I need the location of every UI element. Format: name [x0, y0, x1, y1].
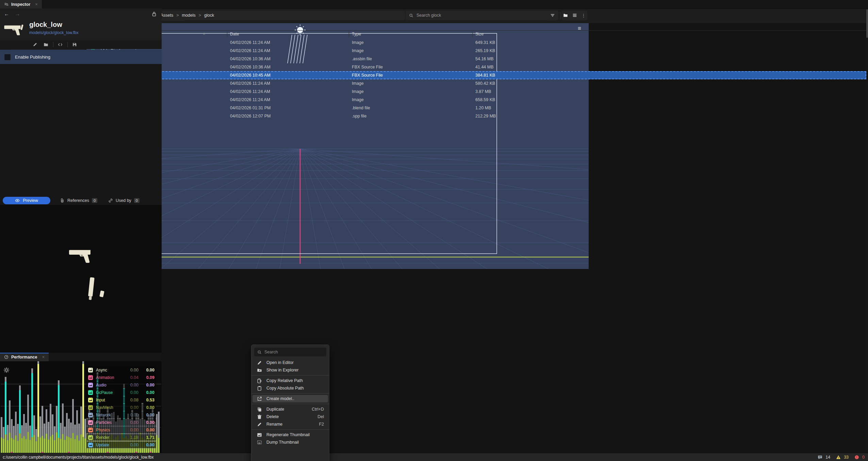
- tab-label: Preview: [23, 198, 38, 203]
- metric-value-peak: 0.00: [140, 413, 154, 417]
- file-type: Image: [352, 79, 364, 88]
- performance-legend-row[interactable]: Input 0.08 0.53: [86, 396, 156, 403]
- metric-value-peak: 0.00: [140, 390, 154, 395]
- file-search-input[interactable]: Search glock: [406, 11, 558, 20]
- table-row[interactable]: glock_Metallic.png 04/02/2026 11:24 AM I…: [87, 79, 866, 88]
- table-row[interactable]: glock_BaseColor.png 04/02/2026 11:24 AM …: [87, 38, 866, 47]
- model-preview[interactable]: [0, 205, 162, 353]
- context-menu-item[interactable]: Copy Absolute Path: [252, 384, 328, 392]
- selected-file-path: c:/users/collin campbell/documents/proje…: [3, 455, 154, 460]
- used-by-count-badge: 0: [134, 198, 140, 203]
- breadcrumb-segment[interactable]: models: [182, 13, 195, 18]
- close-icon[interactable]: ×: [42, 354, 45, 360]
- context-menu-item[interactable]: Dump Thumbnail: [252, 439, 328, 446]
- context-menu: Search Open in Editor Show in Explorer C…: [251, 345, 329, 461]
- file-type: FBX Source File: [352, 71, 383, 79]
- paperclip-icon: [60, 198, 65, 203]
- gear-icon[interactable]: [3, 367, 10, 373]
- back-icon[interactable]: ←: [4, 11, 9, 17]
- column-date[interactable]: Date: [230, 32, 239, 36]
- metric-value-avg: 0.00: [124, 368, 138, 372]
- column-size[interactable]: Size: [475, 32, 484, 36]
- metric-chart-icon: [88, 435, 93, 440]
- close-icon[interactable]: ×: [35, 2, 38, 7]
- messages-icon[interactable]: [818, 455, 822, 460]
- metric-value-avg: 0.00: [124, 405, 138, 410]
- tab-preview[interactable]: Preview: [3, 197, 50, 204]
- context-menu-item[interactable]: Open in Editor: [252, 359, 328, 366]
- file-type: Image: [352, 47, 364, 55]
- table-row[interactable]: glock_Roughness.png 04/02/2026 11:24 AM …: [87, 96, 866, 104]
- performance-legend-row[interactable]: Animation 0.04 0.09: [86, 374, 156, 381]
- menu-item-icon: [257, 440, 262, 445]
- metric-value-peak: 0.00: [140, 368, 154, 372]
- performance-legend-row[interactable]: Audio 0.00 0.00: [86, 381, 156, 388]
- context-menu-item[interactable]: Regenerate Thumbnail: [252, 431, 328, 439]
- asset-path-link[interactable]: models/glock/glock_low.fbx: [29, 30, 79, 35]
- table-row[interactable]: glock.blend 04/02/2026 01:31 PM .blend f…: [87, 104, 866, 112]
- context-menu-item[interactable]: Create model..: [252, 395, 328, 402]
- enable-publishing-checkbox[interactable]: [4, 54, 11, 61]
- kebab-menu-icon[interactable]: ⋮: [582, 13, 586, 18]
- file-size: 580.42 KB: [475, 79, 495, 88]
- tab-used-by[interactable]: Used by 0: [108, 197, 140, 204]
- metric-value-avg: 0.00: [124, 443, 138, 447]
- file-date: 04/02/2026 11:24 AM: [230, 96, 270, 104]
- metric-value-avg: 1.18: [124, 435, 138, 440]
- performance-legend-row[interactable]: Physics 0.00 0.00: [86, 426, 156, 433]
- code-icon[interactable]: [58, 42, 63, 47]
- file-list-scrollbar[interactable]: [866, 9, 868, 461]
- tab-inspector[interactable]: Inspector ×: [0, 0, 42, 9]
- metric-label: Network: [96, 413, 111, 417]
- table-row[interactable]: glock_Normal.png 04/02/2026 11:24 AM Ima…: [87, 88, 866, 96]
- sort-ascending-icon[interactable]: ∧: [203, 32, 205, 35]
- performance-legend-row[interactable]: GcPause 0.00 0.00: [86, 389, 156, 396]
- tab-performance[interactable]: Performance ×: [0, 353, 49, 361]
- metric-label: Render: [96, 435, 109, 440]
- table-row[interactable]: glock_Displacement.png 04/02/2026 11:24 …: [87, 47, 866, 55]
- performance-legend-row[interactable]: NavMesh 0.00 0.00: [86, 404, 156, 411]
- folder-view-icon[interactable]: [563, 13, 568, 18]
- file-size: 265.19 KB: [475, 47, 495, 55]
- context-menu-search-input[interactable]: Search: [254, 348, 326, 356]
- lock-icon[interactable]: [151, 11, 157, 17]
- file-size: 1.20 MB: [475, 104, 491, 112]
- context-menu-item[interactable]: Copy Relative Path: [252, 377, 328, 384]
- menu-item-icon: [257, 386, 262, 391]
- edit-icon[interactable]: [33, 42, 37, 47]
- folder-icon[interactable]: [44, 42, 48, 47]
- context-menu-item[interactable]: Duplicate Ctrl+D: [252, 406, 328, 413]
- tab-label: Inspector: [11, 2, 30, 7]
- table-row[interactable]: glock.spp 04/02/2026 12:07 PM .spp file …: [87, 112, 866, 120]
- performance-legend-row[interactable]: Network 0.00 0.00: [86, 411, 156, 418]
- table-row[interactable]: glock_high.fbx 04/02/2026 10:36 AM FBX S…: [87, 63, 866, 71]
- file-date: 04/02/2026 01:31 PM: [230, 104, 271, 112]
- inspector-nav: ← →: [0, 9, 162, 20]
- performance-legend-row[interactable]: Particles 0.00 0.00: [86, 419, 156, 426]
- table-row[interactable]: glock_high.assbin 04/02/2026 10:36 AM .a…: [87, 55, 866, 63]
- breadcrumb-bar: ↑ Titan>Assets>models>glock: [131, 11, 405, 20]
- messages-count: 14: [825, 455, 830, 460]
- table-row[interactable]: glock_low.fbx 04/02/2026 10:45 AM FBX So…: [87, 71, 866, 79]
- performance-legend-row[interactable]: Update 0.00 0.00: [86, 441, 156, 448]
- file-type: .spp file: [352, 112, 366, 120]
- breadcrumb-segment[interactable]: glock: [204, 13, 214, 18]
- context-menu-item[interactable]: Show in Explorer: [252, 366, 328, 374]
- metric-value-peak: 1.71: [140, 435, 154, 440]
- performance-legend-row[interactable]: Render 1.18 1.71: [86, 434, 156, 441]
- list-view-icon[interactable]: [572, 13, 577, 18]
- save-icon[interactable]: [72, 42, 77, 47]
- context-menu-item[interactable]: Rename F2: [252, 420, 328, 428]
- file-type: Image: [352, 88, 364, 96]
- error-icon[interactable]: [854, 455, 859, 460]
- link-icon: [108, 198, 113, 203]
- breadcrumb-segment[interactable]: Assets: [161, 13, 174, 18]
- forward-icon[interactable]: →: [15, 11, 20, 17]
- context-menu-item[interactable]: Delete Del: [252, 413, 328, 420]
- metric-value-avg: 0.00: [124, 428, 138, 432]
- column-type[interactable]: Type: [352, 32, 361, 36]
- filter-icon[interactable]: [550, 13, 555, 18]
- tab-references[interactable]: References 0: [60, 197, 97, 204]
- performance-legend-row[interactable]: Async 0.00 0.00: [86, 366, 156, 373]
- warning-icon[interactable]: [836, 455, 841, 460]
